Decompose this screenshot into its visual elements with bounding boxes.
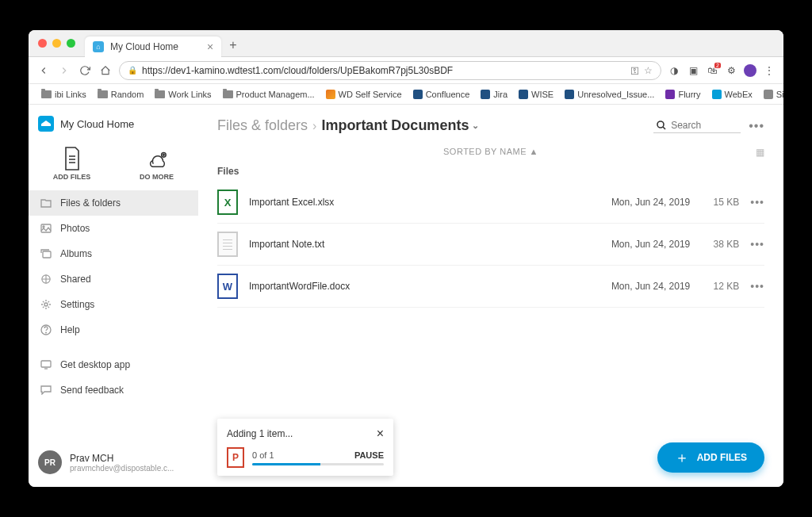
fab-label: ADD FILES [697, 452, 747, 463]
svg-point-9 [657, 121, 664, 128]
document-plus-icon [61, 147, 83, 170]
pause-button[interactable]: PAUSE [354, 450, 384, 460]
favicon-icon [326, 90, 335, 99]
search-field[interactable] [653, 118, 741, 133]
file-type-icon [217, 232, 238, 257]
favicon-icon [413, 90, 423, 99]
brand-label: My Cloud Home [60, 118, 134, 130]
key-icon[interactable]: ⚿ [630, 66, 639, 75]
brand[interactable]: My Cloud Home [29, 105, 198, 143]
file-more-icon[interactable]: ••• [750, 280, 764, 293]
profile-avatar[interactable] [744, 64, 756, 77]
file-more-icon[interactable]: ••• [750, 238, 764, 251]
sidebar-item-albums[interactable]: Albums [29, 241, 198, 266]
file-row[interactable]: X Important Excel.xlsx Mon, Jun 24, 2019… [217, 182, 764, 224]
file-name: Important Excel.xlsx [249, 197, 576, 208]
sidebar-item-settings[interactable]: Settings [29, 292, 198, 317]
help-icon [40, 324, 52, 336]
favicon-icon [565, 90, 574, 99]
maximize-window[interactable] [67, 39, 75, 48]
browser-tab[interactable]: ⌂ My Cloud Home × [85, 36, 221, 57]
upload-header: Adding 1 item... × [227, 427, 384, 441]
bookmark-item[interactable]: WD Self Service [321, 88, 407, 101]
upload-progress-toast: Adding 1 item... × P 0 of 1 PAUSE [217, 419, 393, 476]
bookmark-item[interactable]: WebEx [707, 88, 757, 101]
file-row[interactable]: Important Note.txt Mon, Jun 24, 2019 38 … [217, 224, 764, 266]
add-files-action[interactable]: ADD FILES [53, 147, 91, 181]
svg-rect-8 [41, 361, 51, 367]
svg-point-2 [43, 226, 44, 228]
lock-icon: 🔒 [128, 66, 137, 75]
bookmark-item[interactable]: Sign In [759, 88, 783, 101]
svg-rect-3 [43, 251, 51, 258]
file-size: 12 KB [701, 281, 739, 292]
user-name: Prav MCH [70, 453, 174, 464]
favicon-icon [712, 90, 722, 99]
favicon-icon [764, 90, 773, 99]
bookmark-item[interactable]: Jira [476, 88, 512, 101]
file-name: ImportantWordFile.docx [249, 281, 576, 292]
file-name: Important Note.txt [249, 239, 576, 250]
brand-logo-icon [38, 116, 54, 132]
extension-icon[interactable]: ◑ [668, 64, 680, 77]
minimize-window[interactable] [52, 39, 61, 48]
browser-window: ⌂ My Cloud Home × + 🔒 https://dev1-kamin… [29, 30, 783, 487]
do-more-action[interactable]: DO MORE [140, 147, 174, 181]
home-button[interactable] [98, 63, 113, 78]
back-button[interactable] [36, 63, 51, 78]
sidebar-item-feedback[interactable]: Send feedback [29, 377, 198, 403]
close-window[interactable] [38, 39, 47, 48]
more-menu-icon[interactable]: ••• [749, 119, 764, 133]
albums-icon [40, 247, 52, 260]
sidebar-item-help[interactable]: Help [29, 317, 198, 343]
sidebar-item-files[interactable]: Files & folders [29, 190, 198, 216]
file-more-icon[interactable]: ••• [750, 196, 764, 209]
sidebar-item-desktop-app[interactable]: Get desktop app [29, 352, 198, 377]
bookmark-item[interactable]: Work Links [150, 88, 216, 101]
bookmark-item[interactable]: Random [93, 88, 149, 101]
menu-button[interactable]: ⋮ [763, 64, 776, 77]
new-tab-button[interactable]: + [221, 38, 244, 52]
bookmark-item[interactable]: WISE [514, 88, 558, 101]
bookmark-item[interactable]: Product Managem... [218, 88, 320, 101]
sidebar-item-photos[interactable]: Photos [29, 216, 198, 241]
bookmark-item[interactable]: Unresolved_Issue... [560, 88, 659, 101]
bookmark-star-icon[interactable]: ☆ [644, 65, 653, 76]
file-row[interactable]: W ImportantWordFile.docx Mon, Jun 24, 20… [217, 266, 764, 308]
user-email: pravmchdev@dispostable.c... [70, 464, 174, 473]
close-icon[interactable]: × [377, 427, 384, 441]
breadcrumb-root[interactable]: Files & folders [217, 117, 308, 134]
file-date: Mon, Jun 24, 2019 [587, 281, 690, 292]
upload-info: 0 of 1 PAUSE [252, 450, 384, 465]
user-profile[interactable]: PR Prav MCH pravmchdev@dispostable.c... [29, 439, 198, 487]
extension-icon[interactable]: 🛍2 [706, 64, 718, 77]
file-type-icon: X [217, 190, 238, 215]
reload-button[interactable] [78, 63, 92, 78]
view-toggle-icon[interactable]: ▦ [756, 147, 765, 158]
extension-icon[interactable]: ▣ [687, 64, 699, 77]
window-controls [29, 39, 85, 48]
upload-count: 0 of 1 [252, 450, 274, 460]
bookmark-item[interactable]: ibi Links [36, 88, 91, 101]
sidebar: My Cloud Home ADD FILES DO MORE Files [29, 105, 198, 487]
breadcrumb-current[interactable]: Important Documents ⌄ [321, 117, 479, 134]
svg-point-5 [44, 303, 48, 306]
bookmark-item[interactable]: Flurry [661, 88, 705, 101]
folder-icon [41, 90, 52, 98]
favicon-icon [481, 90, 490, 99]
close-tab-icon[interactable]: × [207, 40, 213, 53]
add-files-fab[interactable]: ＋ ADD FILES [657, 442, 764, 473]
main-panel: Files & folders › Important Documents ⌄ … [198, 105, 783, 487]
sidebar-item-shared[interactable]: Shared [29, 266, 198, 292]
chat-icon [40, 384, 52, 396]
favicon-icon [665, 90, 675, 99]
bookmark-item[interactable]: Confluence [408, 88, 475, 101]
folder-icon [155, 90, 165, 98]
search-input[interactable] [671, 120, 737, 131]
app-shell: My Cloud Home ADD FILES DO MORE Files [29, 105, 783, 487]
user-avatar: PR [38, 450, 62, 474]
forward-button[interactable] [57, 63, 71, 78]
sort-label[interactable]: SORTED BY NAME ▲ [443, 147, 538, 156]
address-bar[interactable]: 🔒 https://dev1-kamino.wdtest1.com/cloud/… [119, 61, 661, 80]
extension-icon[interactable]: ⚙ [725, 64, 737, 77]
